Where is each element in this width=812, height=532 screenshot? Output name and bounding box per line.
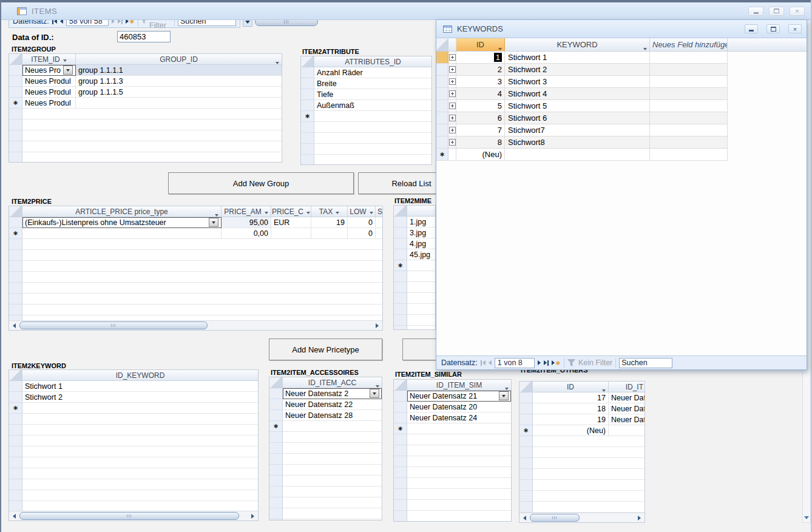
select-all-corner[interactable]	[301, 56, 314, 67]
column-header-price-amount[interactable]: PRICE_AM	[222, 206, 271, 217]
cell[interactable]	[271, 228, 311, 239]
add-new-pricetype-button[interactable]: Add New Pricetype	[269, 338, 382, 360]
row-selector[interactable]	[269, 410, 283, 421]
column-header-attributes-id[interactable]: ATTRIBUTES_ID	[314, 56, 431, 67]
cell[interactable]: 45.jpg	[407, 249, 435, 260]
scrollbar-thumb[interactable]	[19, 512, 239, 520]
cell[interactable]: 17	[533, 392, 609, 403]
new-row-selector[interactable]: ∗	[301, 111, 314, 122]
cell[interactable]: Breite	[314, 78, 431, 89]
cell[interactable]: 8	[456, 136, 505, 149]
scroll-right-arrow[interactable]	[635, 514, 643, 522]
column-header-id-keyword[interactable]: ID_KEYWORD	[22, 370, 258, 380]
cell[interactable]	[650, 124, 728, 136]
cell[interactable]: Stichwort7	[505, 124, 650, 136]
scroll-left-arrow[interactable]	[10, 322, 18, 329]
column-header-id[interactable]: ID	[533, 382, 609, 392]
cell[interactable]: Neuer Datensatz 24	[407, 412, 511, 423]
column-header-id-item[interactable]: ID_IT	[609, 382, 645, 392]
row-selector[interactable]	[301, 78, 314, 89]
minimize-button[interactable]	[745, 24, 758, 33]
row-selector[interactable]	[394, 391, 407, 402]
cell[interactable]: Stichwort 3	[505, 76, 650, 88]
cell[interactable]: 18	[533, 403, 609, 414]
scroll-track[interactable]	[529, 514, 635, 522]
combo-dropdown-button[interactable]	[63, 66, 73, 75]
column-header-keyword[interactable]: KEYWORD	[505, 38, 650, 51]
cell[interactable]	[22, 228, 222, 239]
row-selector[interactable]	[394, 249, 407, 260]
expand-icon[interactable]	[449, 54, 456, 61]
cell[interactable]: 0	[348, 228, 376, 239]
cell[interactable]	[407, 260, 435, 271]
row-selector[interactable]	[436, 100, 448, 112]
column-header-price-currency[interactable]: PRICE_C	[271, 206, 311, 217]
cell[interactable]: Stichwort 4	[505, 88, 650, 100]
cell[interactable]: Neuer Datensatz 20	[407, 402, 511, 412]
row-selector[interactable]	[269, 388, 283, 399]
new-row-selector[interactable]: ∗	[519, 425, 533, 436]
cell[interactable]	[283, 421, 382, 432]
column-header-low[interactable]: LOW	[348, 206, 376, 217]
cell[interactable]: Neuer Daten	[609, 392, 645, 403]
select-all-corner[interactable]	[519, 382, 533, 392]
column-header-id-item-acc[interactable]: ID_ITEM_ACC	[283, 377, 382, 388]
cell[interactable]	[650, 100, 728, 112]
cell[interactable]: (Neu)	[533, 425, 609, 436]
new-row-selector[interactable]: ∗	[394, 423, 407, 434]
cell[interactable]	[76, 98, 282, 109]
cell[interactable]: Stichwort 2	[22, 392, 258, 403]
cell[interactable]: Neuer Datensatz 21	[407, 391, 511, 402]
row-selector[interactable]	[9, 217, 22, 228]
expand-icon[interactable]	[449, 66, 456, 73]
scroll-down-arrow[interactable]	[803, 514, 810, 522]
first-record-button[interactable]	[481, 359, 486, 367]
cell[interactable]	[376, 228, 382, 239]
maximize-button[interactable]	[769, 7, 784, 16]
row-selector[interactable]	[436, 112, 448, 124]
select-all-corner[interactable]	[394, 206, 407, 216]
cell[interactable]: 19	[311, 217, 348, 228]
cell[interactable]	[650, 76, 728, 88]
cell[interactable]: Neues Produl	[22, 87, 76, 98]
cell[interactable]: 7	[456, 124, 505, 136]
cell[interactable]: group 1.1.1.3	[76, 76, 282, 87]
new-row-selector[interactable]: ∗	[9, 98, 22, 109]
row-selector[interactable]	[436, 124, 448, 136]
new-record-button[interactable]: ∗	[552, 359, 561, 367]
row-selector[interactable]	[519, 414, 533, 425]
cell[interactable]: (Einkaufs-)Listenpreis ohne Umsatzsteuer	[22, 217, 222, 228]
scrollbar-thumb[interactable]	[530, 514, 580, 522]
cell[interactable]: Neues Produl	[22, 76, 76, 87]
cell[interactable]	[22, 403, 258, 414]
cell[interactable]: Stichwort 5	[505, 100, 650, 112]
cell[interactable]: 4.jpg	[407, 238, 435, 249]
cell[interactable]: 95,00	[222, 217, 271, 228]
combo-dropdown-button[interactable]	[370, 389, 379, 398]
expand-icon[interactable]	[449, 103, 456, 109]
row-selector[interactable]	[9, 65, 22, 76]
cell[interactable]: Neuer Datensatz 28	[283, 410, 382, 421]
row-selector[interactable]	[9, 381, 22, 392]
select-all-corner[interactable]	[436, 38, 448, 51]
new-row-selector[interactable]: ∗	[436, 149, 448, 161]
expand-icon[interactable]	[449, 127, 456, 133]
cell[interactable]: Anzahl Räder	[314, 67, 431, 78]
cell[interactable]: Neuer Daten	[609, 403, 645, 414]
select-all-corner[interactable]	[269, 377, 283, 388]
scrollbar-thumb[interactable]	[19, 322, 208, 329]
cell[interactable]: 1.jpg	[407, 217, 435, 227]
row-selector[interactable]	[394, 412, 407, 423]
minimize-button[interactable]	[748, 7, 763, 16]
cell[interactable]: (Neu)	[456, 149, 505, 161]
cell[interactable]: Stichwort8	[505, 136, 650, 149]
row-selector[interactable]	[394, 227, 407, 238]
cell[interactable]: group 1.1.1.1	[76, 65, 282, 76]
scroll-right-arrow[interactable]	[373, 322, 381, 329]
column-header-mime[interactable]	[407, 206, 435, 216]
column-header-id[interactable]: ID	[456, 38, 505, 51]
row-selector[interactable]	[519, 392, 533, 403]
cell[interactable]: 5	[456, 100, 505, 112]
expand-icon[interactable]	[449, 139, 456, 146]
cell[interactable]: 1	[456, 52, 505, 64]
